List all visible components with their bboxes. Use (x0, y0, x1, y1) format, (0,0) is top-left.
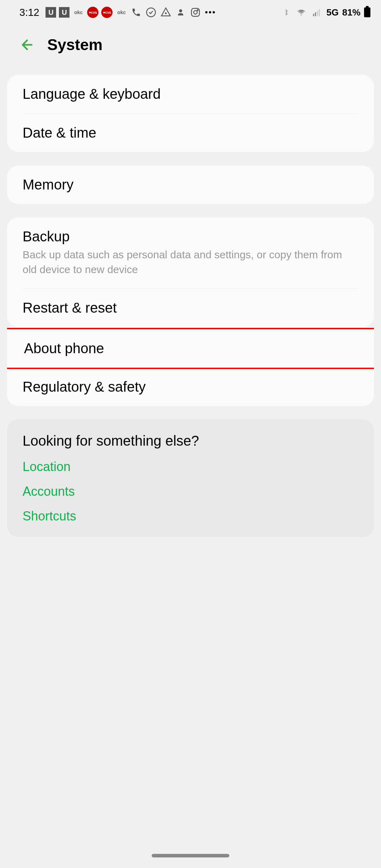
date-time-item[interactable]: Date & time (7, 114, 374, 152)
home-indicator[interactable] (152, 854, 229, 857)
battery-percent: 81% (342, 7, 361, 18)
app-icon-u: U (59, 7, 69, 18)
signal-icon (311, 6, 323, 18)
list-item-label: Backup (23, 229, 358, 245)
status-time: 3:12 (19, 7, 39, 18)
card-group-1: Language & keyboard Date & time (7, 75, 374, 152)
app-icon-u: U (46, 7, 56, 18)
person-icon (175, 6, 187, 18)
list-item-label: About phone (24, 340, 357, 356)
about-phone-item[interactable]: About phone (7, 329, 374, 368)
app-icon-okc: okc (115, 6, 127, 18)
app-icon-cvs: ♥cvs (87, 7, 98, 18)
list-item-subtitle: Back up data such as personal data and s… (23, 247, 358, 277)
list-item-label: Language & keyboard (23, 86, 358, 102)
more-icon: ••• (204, 6, 216, 18)
suggestion-link-accounts[interactable]: Accounts (23, 484, 358, 499)
regulatory-safety-item[interactable]: Regulatory & safety (7, 368, 374, 406)
highlight-box: About phone (7, 328, 374, 369)
content: Language & keyboard Date & time Memory B… (0, 61, 381, 537)
svg-point-4 (194, 11, 197, 14)
svg-rect-7 (315, 12, 316, 16)
header: System (0, 22, 381, 61)
instagram-icon (189, 6, 201, 18)
missed-call-icon (130, 6, 142, 18)
list-item-label: Memory (23, 177, 358, 193)
svg-point-1 (165, 13, 167, 14)
status-right: 5G 81% (280, 6, 370, 18)
svg-point-5 (197, 10, 198, 11)
card-group-3: Backup Back up data such as personal dat… (7, 217, 374, 327)
language-keyboard-item[interactable]: Language & keyboard (7, 75, 374, 113)
warning-icon (160, 6, 172, 18)
suggestion-link-location[interactable]: Location (23, 459, 358, 474)
status-bar: 3:12 U U okc ♥cvs ♥cvs okc ••• (0, 0, 381, 22)
checkmark-icon (145, 6, 157, 18)
list-item-label: Regulatory & safety (23, 379, 358, 395)
app-icon-okc: okc (72, 6, 84, 18)
card-group-4: About phone Regulatory & safety (7, 327, 374, 406)
battery-icon (364, 7, 370, 17)
svg-point-0 (147, 8, 156, 17)
suggestions-card: Looking for something else? Location Acc… (7, 420, 374, 537)
svg-rect-8 (317, 11, 318, 16)
backup-item[interactable]: Backup Back up data such as personal dat… (7, 217, 374, 288)
wifi-icon (295, 6, 307, 18)
status-left: 3:12 U U okc ♥cvs ♥cvs okc ••• (19, 6, 216, 18)
suggestions-title: Looking for something else? (23, 433, 358, 449)
svg-rect-6 (313, 14, 314, 16)
back-button[interactable] (19, 37, 35, 53)
list-item-label: Restart & reset (23, 300, 358, 316)
bluetooth-icon (280, 6, 292, 18)
svg-rect-9 (319, 9, 320, 16)
page-title: System (47, 36, 103, 54)
svg-point-2 (179, 9, 182, 12)
app-icon-cvs: ♥cvs (101, 7, 113, 18)
suggestion-link-shortcuts[interactable]: Shortcuts (23, 509, 358, 524)
list-item-label: Date & time (23, 125, 358, 141)
card-group-2: Memory (7, 165, 374, 204)
restart-reset-item[interactable]: Restart & reset (7, 289, 374, 327)
memory-item[interactable]: Memory (7, 165, 374, 204)
network-type: 5G (326, 7, 339, 18)
